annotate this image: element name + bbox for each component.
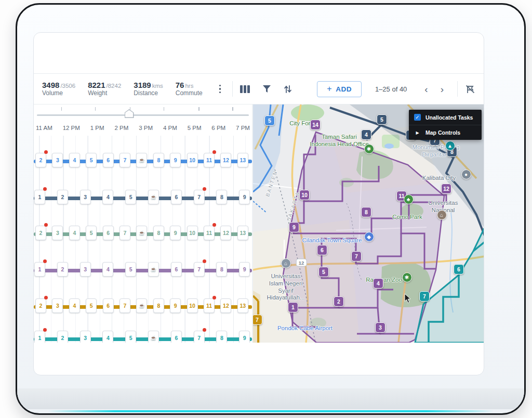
map-panel[interactable]: City ForestTaman SafariIndonesia Head Of… — [253, 104, 484, 343]
route-stop[interactable]: 2 — [35, 226, 46, 240]
route-stop[interactable]: 5 — [86, 298, 97, 313]
route-stop[interactable]: 6 — [171, 331, 182, 343]
route-stop[interactable]: 12 — [220, 153, 231, 167]
map-stop-marker[interactable]: 14 — [310, 120, 321, 130]
slider-handle[interactable] — [125, 109, 134, 118]
route-stop[interactable]: 1 — [34, 190, 45, 204]
map-stop-marker[interactable]: 6 — [454, 264, 464, 275]
add-button[interactable]: + ADD — [317, 81, 362, 97]
route-stop[interactable]: 2 — [57, 190, 68, 204]
route-stop[interactable]: 3 — [52, 153, 63, 167]
route-stop[interactable]: 3 — [52, 298, 63, 313]
route-stop[interactable]: 3 — [80, 262, 91, 277]
map-stop-marker[interactable]: 6 — [317, 245, 327, 255]
map-stop-marker[interactable]: 1 — [288, 302, 298, 312]
route-stop[interactable]: 8 — [153, 153, 164, 167]
map-controls-menu[interactable]: ▶ Map Controls — [409, 125, 482, 140]
map-stop-marker[interactable]: 5 — [318, 267, 329, 277]
map-stop-marker[interactable]: 7 — [351, 251, 362, 262]
route-stop[interactable]: 10 — [187, 298, 198, 313]
break-stop[interactable]: ☕ — [148, 190, 159, 204]
unallocated-tasks-toggle[interactable]: ✓ Unallocated Tasks — [409, 110, 482, 125]
route-stop[interactable]: 2 — [35, 153, 46, 167]
route-stop[interactable]: 1 — [34, 262, 45, 277]
slider-track[interactable] — [37, 114, 249, 116]
map-stop-marker[interactable]: 10 — [299, 190, 310, 200]
map-stop-marker[interactable]: 8 — [361, 207, 371, 217]
route-stop[interactable]: 7 — [119, 298, 130, 313]
route-stop[interactable]: 8 — [153, 226, 164, 240]
map-stop-marker[interactable]: 4 — [373, 278, 383, 289]
route-stop[interactable]: 9 — [239, 190, 250, 204]
route-stop[interactable]: 6 — [103, 226, 114, 240]
route-stop[interactable]: 5 — [86, 153, 97, 167]
break-stop[interactable]: ☕ — [148, 331, 159, 343]
map-stop-marker[interactable]: 7 — [253, 315, 262, 325]
route-stop[interactable]: 6 — [103, 298, 114, 313]
route-stop[interactable]: 5 — [125, 331, 136, 343]
route-stop[interactable]: 11 — [204, 226, 215, 240]
route-stop[interactable]: 9 — [239, 331, 250, 343]
paw-icon[interactable]: ✱ — [364, 144, 374, 154]
map-stop-marker[interactable]: 7 — [419, 291, 430, 302]
route-stop[interactable]: 7 — [194, 331, 205, 343]
map-stop-marker[interactable]: 4 — [361, 129, 371, 140]
route-stop[interactable]: 7 — [119, 153, 130, 167]
map-stop-marker[interactable]: 12 — [441, 184, 451, 194]
route-stop[interactable]: 13 — [237, 153, 248, 167]
route-stop[interactable]: 8 — [216, 331, 227, 343]
checked-checkbox-icon[interactable]: ✓ — [414, 114, 421, 121]
map-stop-marker[interactable]: 5 — [264, 115, 275, 126]
sort-icon[interactable] — [284, 85, 292, 94]
route-stop[interactable]: 9 — [170, 298, 181, 313]
columns-icon[interactable] — [240, 85, 250, 93]
route-stop[interactable]: 2 — [35, 298, 46, 313]
map-stop-marker[interactable]: 5 — [377, 114, 387, 125]
route-stop[interactable]: 12 — [220, 226, 231, 240]
pin-icon[interactable]: ● — [461, 169, 471, 179]
route-stop[interactable]: 9 — [239, 262, 250, 277]
more-options-icon[interactable] — [215, 83, 225, 96]
route-stop[interactable]: 13 — [237, 226, 248, 240]
route-stop[interactable]: 3 — [80, 190, 91, 204]
route-stop[interactable]: 3 — [52, 226, 63, 240]
route-stop[interactable]: 4 — [102, 262, 113, 277]
route-stop[interactable]: 9 — [170, 226, 181, 240]
campus-icon[interactable]: ⌂ — [281, 258, 291, 268]
break-stop[interactable]: ☕ — [148, 262, 159, 277]
map-stop-marker[interactable]: 2 — [334, 296, 344, 307]
next-page-icon[interactable]: › — [434, 84, 450, 94]
route-stop[interactable]: 5 — [125, 190, 136, 204]
route-stop[interactable]: 10 — [187, 153, 198, 167]
route-stop[interactable]: 11 — [204, 153, 215, 167]
route-stop[interactable]: 4 — [102, 190, 113, 204]
route-stop[interactable]: 7 — [194, 190, 205, 204]
route-stop[interactable]: 7 — [194, 262, 205, 277]
break-stop[interactable]: ☕ — [136, 226, 147, 240]
map-stop-marker[interactable]: 3 — [375, 322, 385, 333]
route-stop[interactable]: 4 — [69, 153, 80, 167]
route-stop[interactable]: 1 — [34, 331, 45, 343]
break-stop[interactable]: ☕ — [136, 153, 147, 167]
zoo-paw-icon[interactable]: ✱ — [402, 272, 412, 282]
route-stop[interactable]: 4 — [69, 298, 80, 313]
route-stop[interactable]: 13 — [237, 298, 248, 313]
route-stop[interactable]: 6 — [171, 262, 182, 277]
route-stop[interactable]: 3 — [80, 331, 91, 343]
mall-bag-icon[interactable]: ◆ — [364, 232, 374, 242]
tower-icon[interactable]: ▲ — [445, 141, 455, 151]
route-stop[interactable]: 8 — [153, 298, 164, 313]
school-icon[interactable]: ⌂ — [437, 210, 447, 220]
route-stop[interactable]: 6 — [103, 153, 114, 167]
route-stop[interactable]: 2 — [57, 262, 68, 277]
route-stop[interactable]: 8 — [216, 262, 227, 277]
route-stop[interactable]: 10 — [187, 226, 198, 240]
route-stop[interactable]: 5 — [86, 226, 97, 240]
flag-off-icon[interactable] — [465, 84, 475, 94]
tree-icon[interactable]: ♣ — [404, 194, 414, 204]
route-stop[interactable]: 4 — [69, 226, 80, 240]
route-stop[interactable]: 2 — [57, 331, 68, 343]
filter-icon[interactable] — [262, 85, 271, 93]
route-stop[interactable]: 9 — [170, 153, 181, 167]
map-stop-marker[interactable]: 9 — [289, 222, 299, 232]
